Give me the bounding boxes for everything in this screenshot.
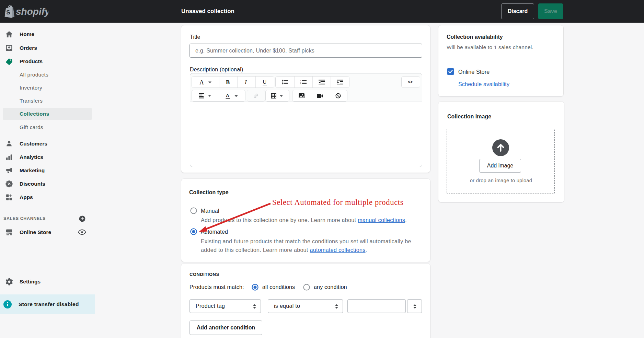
svg-text:A: A xyxy=(226,93,229,98)
svg-text:B: B xyxy=(226,79,230,85)
svg-text:<>: <> xyxy=(408,80,413,84)
svg-text:3: 3 xyxy=(300,83,301,85)
svg-text:U: U xyxy=(263,79,267,85)
svg-text:S: S xyxy=(6,9,10,16)
svg-text:I: I xyxy=(245,79,247,85)
svg-text:shopify: shopify xyxy=(16,6,48,17)
svg-text:A: A xyxy=(199,79,204,85)
